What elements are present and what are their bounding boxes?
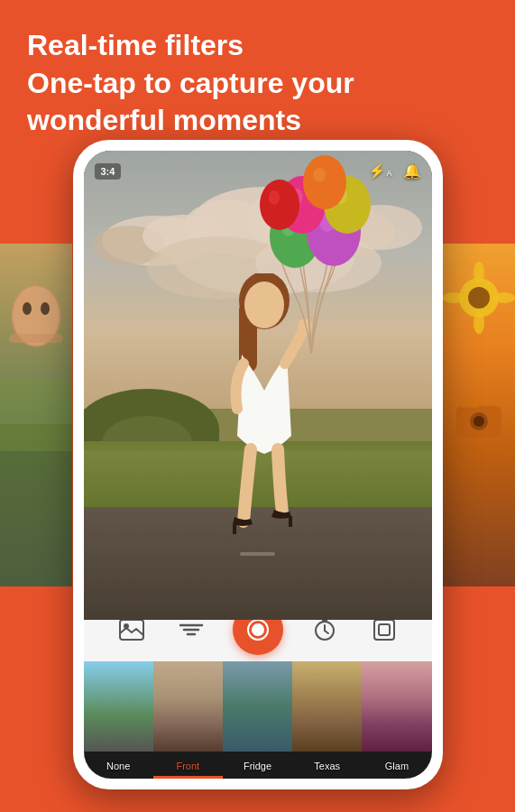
notification-icon[interactable]: 🔔 [403,162,421,180]
svg-rect-33 [289,516,292,527]
bottom-controls: None Front Fridge Texas [84,598,432,779]
svg-point-45 [269,190,280,205]
header-line3: wonderful moments [27,104,301,136]
filter-glam-label: Glam [362,761,431,771]
phone-mockup: 3:4 ⚡A 🔔 [73,140,443,789]
svg-point-2 [23,302,32,315]
flash-icon[interactable]: ⚡A [368,162,391,180]
side-photo-left [0,244,72,586]
header-line2: One-tap to capture your [27,67,354,99]
svg-point-8 [468,287,490,309]
filter-none[interactable]: None [84,661,153,779]
camera-ui-overlay: 3:4 ⚡A 🔔 [84,151,432,191]
ratio-badge[interactable]: 3:4 [95,163,122,180]
header-title: Real-time filters One-tap to capture you… [27,27,488,140]
header-section: Real-time filters One-tap to capture you… [27,27,488,140]
filter-texas-label: Texas [292,761,362,771]
svg-rect-6 [0,379,72,451]
svg-point-12 [493,292,515,303]
filter-fridge-label: Fridge [223,761,292,771]
svg-point-10 [474,312,484,334]
svg-rect-52 [374,620,394,640]
svg-point-15 [474,416,484,427]
filter-texas[interactable]: Texas [292,661,362,779]
camera-icons-right: ⚡A 🔔 [368,162,420,180]
phone-screen: 3:4 ⚡A 🔔 [84,151,432,779]
svg-point-9 [474,262,484,283]
svg-point-11 [443,292,464,303]
filter-front-label: Front [153,761,223,771]
svg-point-49 [252,623,264,636]
filter-glam[interactable]: Glam [362,661,431,779]
filter-front[interactable]: Front [153,661,223,779]
filter-fridge[interactable]: Fridge [223,661,292,779]
svg-rect-4 [9,334,63,343]
filter-none-label: None [84,761,153,771]
svg-rect-32 [233,523,236,534]
svg-point-3 [41,302,50,315]
side-photo-right [443,244,515,586]
svg-rect-16 [461,397,479,408]
svg-rect-53 [379,624,390,635]
header-line1: Real-time filters [27,29,244,61]
camera-viewfinder: 3:4 ⚡A 🔔 [84,151,432,620]
filter-strip: None Front Fridge Texas [84,661,432,779]
